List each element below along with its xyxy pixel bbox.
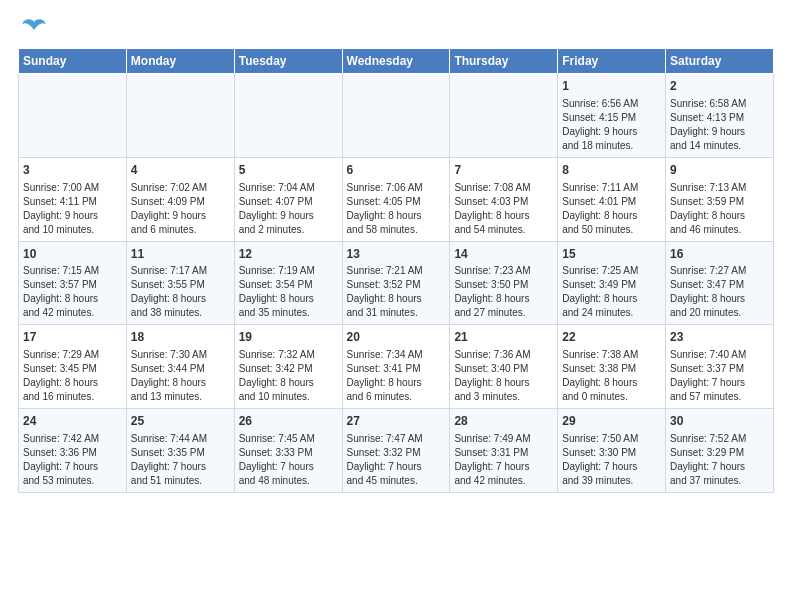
day-number: 11 [131, 246, 230, 263]
day-number: 22 [562, 329, 661, 346]
day-info: Sunrise: 7:29 AM Sunset: 3:45 PM Dayligh… [23, 348, 122, 404]
logo-bird-icon [20, 18, 48, 40]
calendar-week-4: 17Sunrise: 7:29 AM Sunset: 3:45 PM Dayli… [19, 325, 774, 409]
calendar-week-5: 24Sunrise: 7:42 AM Sunset: 3:36 PM Dayli… [19, 409, 774, 493]
calendar-cell: 27Sunrise: 7:47 AM Sunset: 3:32 PM Dayli… [342, 409, 450, 493]
header-row: Sunday Monday Tuesday Wednesday Thursday… [19, 49, 774, 74]
day-info: Sunrise: 7:17 AM Sunset: 3:55 PM Dayligh… [131, 264, 230, 320]
day-info: Sunrise: 7:13 AM Sunset: 3:59 PM Dayligh… [670, 181, 769, 237]
col-saturday: Saturday [666, 49, 774, 74]
day-number: 2 [670, 78, 769, 95]
day-number: 9 [670, 162, 769, 179]
day-number: 28 [454, 413, 553, 430]
day-info: Sunrise: 6:56 AM Sunset: 4:15 PM Dayligh… [562, 97, 661, 153]
day-info: Sunrise: 7:04 AM Sunset: 4:07 PM Dayligh… [239, 181, 338, 237]
calendar-cell: 28Sunrise: 7:49 AM Sunset: 3:31 PM Dayli… [450, 409, 558, 493]
day-info: Sunrise: 6:58 AM Sunset: 4:13 PM Dayligh… [670, 97, 769, 153]
calendar-cell: 9Sunrise: 7:13 AM Sunset: 3:59 PM Daylig… [666, 157, 774, 241]
calendar-cell: 4Sunrise: 7:02 AM Sunset: 4:09 PM Daylig… [126, 157, 234, 241]
day-info: Sunrise: 7:47 AM Sunset: 3:32 PM Dayligh… [347, 432, 446, 488]
day-number: 13 [347, 246, 446, 263]
calendar-cell: 5Sunrise: 7:04 AM Sunset: 4:07 PM Daylig… [234, 157, 342, 241]
calendar-table: Sunday Monday Tuesday Wednesday Thursday… [18, 48, 774, 493]
day-info: Sunrise: 7:32 AM Sunset: 3:42 PM Dayligh… [239, 348, 338, 404]
day-number: 26 [239, 413, 338, 430]
calendar-cell: 29Sunrise: 7:50 AM Sunset: 3:30 PM Dayli… [558, 409, 666, 493]
day-number: 15 [562, 246, 661, 263]
day-info: Sunrise: 7:36 AM Sunset: 3:40 PM Dayligh… [454, 348, 553, 404]
calendar-cell: 25Sunrise: 7:44 AM Sunset: 3:35 PM Dayli… [126, 409, 234, 493]
calendar-cell: 11Sunrise: 7:17 AM Sunset: 3:55 PM Dayli… [126, 241, 234, 325]
day-info: Sunrise: 7:11 AM Sunset: 4:01 PM Dayligh… [562, 181, 661, 237]
calendar-cell: 12Sunrise: 7:19 AM Sunset: 3:54 PM Dayli… [234, 241, 342, 325]
day-number: 27 [347, 413, 446, 430]
calendar-cell: 15Sunrise: 7:25 AM Sunset: 3:49 PM Dayli… [558, 241, 666, 325]
calendar-cell: 18Sunrise: 7:30 AM Sunset: 3:44 PM Dayli… [126, 325, 234, 409]
calendar-cell: 30Sunrise: 7:52 AM Sunset: 3:29 PM Dayli… [666, 409, 774, 493]
calendar-week-1: 1Sunrise: 6:56 AM Sunset: 4:15 PM Daylig… [19, 74, 774, 158]
day-number: 24 [23, 413, 122, 430]
logo [18, 18, 48, 40]
calendar-cell: 3Sunrise: 7:00 AM Sunset: 4:11 PM Daylig… [19, 157, 127, 241]
day-number: 1 [562, 78, 661, 95]
calendar-cell: 22Sunrise: 7:38 AM Sunset: 3:38 PM Dayli… [558, 325, 666, 409]
day-number: 4 [131, 162, 230, 179]
day-number: 3 [23, 162, 122, 179]
calendar-cell: 6Sunrise: 7:06 AM Sunset: 4:05 PM Daylig… [342, 157, 450, 241]
logo-area [18, 18, 48, 40]
calendar-cell: 13Sunrise: 7:21 AM Sunset: 3:52 PM Dayli… [342, 241, 450, 325]
day-info: Sunrise: 7:02 AM Sunset: 4:09 PM Dayligh… [131, 181, 230, 237]
calendar-cell [234, 74, 342, 158]
calendar-week-2: 3Sunrise: 7:00 AM Sunset: 4:11 PM Daylig… [19, 157, 774, 241]
day-info: Sunrise: 7:42 AM Sunset: 3:36 PM Dayligh… [23, 432, 122, 488]
day-number: 21 [454, 329, 553, 346]
header [18, 18, 774, 40]
day-info: Sunrise: 7:44 AM Sunset: 3:35 PM Dayligh… [131, 432, 230, 488]
calendar-cell: 26Sunrise: 7:45 AM Sunset: 3:33 PM Dayli… [234, 409, 342, 493]
col-tuesday: Tuesday [234, 49, 342, 74]
calendar-cell: 2Sunrise: 6:58 AM Sunset: 4:13 PM Daylig… [666, 74, 774, 158]
calendar-header: Sunday Monday Tuesday Wednesday Thursday… [19, 49, 774, 74]
calendar-cell: 10Sunrise: 7:15 AM Sunset: 3:57 PM Dayli… [19, 241, 127, 325]
day-number: 6 [347, 162, 446, 179]
day-number: 16 [670, 246, 769, 263]
day-info: Sunrise: 7:15 AM Sunset: 3:57 PM Dayligh… [23, 264, 122, 320]
calendar-body: 1Sunrise: 6:56 AM Sunset: 4:15 PM Daylig… [19, 74, 774, 493]
day-number: 14 [454, 246, 553, 263]
day-number: 19 [239, 329, 338, 346]
day-number: 8 [562, 162, 661, 179]
day-number: 25 [131, 413, 230, 430]
col-thursday: Thursday [450, 49, 558, 74]
day-number: 30 [670, 413, 769, 430]
day-info: Sunrise: 7:06 AM Sunset: 4:05 PM Dayligh… [347, 181, 446, 237]
calendar-cell: 23Sunrise: 7:40 AM Sunset: 3:37 PM Dayli… [666, 325, 774, 409]
calendar-cell [450, 74, 558, 158]
calendar-cell: 1Sunrise: 6:56 AM Sunset: 4:15 PM Daylig… [558, 74, 666, 158]
calendar-cell: 17Sunrise: 7:29 AM Sunset: 3:45 PM Dayli… [19, 325, 127, 409]
day-info: Sunrise: 7:45 AM Sunset: 3:33 PM Dayligh… [239, 432, 338, 488]
day-info: Sunrise: 7:23 AM Sunset: 3:50 PM Dayligh… [454, 264, 553, 320]
day-info: Sunrise: 7:00 AM Sunset: 4:11 PM Dayligh… [23, 181, 122, 237]
calendar-cell: 8Sunrise: 7:11 AM Sunset: 4:01 PM Daylig… [558, 157, 666, 241]
calendar-cell: 16Sunrise: 7:27 AM Sunset: 3:47 PM Dayli… [666, 241, 774, 325]
calendar-cell [342, 74, 450, 158]
day-info: Sunrise: 7:25 AM Sunset: 3:49 PM Dayligh… [562, 264, 661, 320]
day-info: Sunrise: 7:19 AM Sunset: 3:54 PM Dayligh… [239, 264, 338, 320]
day-number: 7 [454, 162, 553, 179]
col-sunday: Sunday [19, 49, 127, 74]
calendar-cell: 7Sunrise: 7:08 AM Sunset: 4:03 PM Daylig… [450, 157, 558, 241]
day-number: 29 [562, 413, 661, 430]
day-info: Sunrise: 7:08 AM Sunset: 4:03 PM Dayligh… [454, 181, 553, 237]
day-info: Sunrise: 7:52 AM Sunset: 3:29 PM Dayligh… [670, 432, 769, 488]
day-info: Sunrise: 7:21 AM Sunset: 3:52 PM Dayligh… [347, 264, 446, 320]
day-info: Sunrise: 7:40 AM Sunset: 3:37 PM Dayligh… [670, 348, 769, 404]
day-number: 10 [23, 246, 122, 263]
calendar-cell: 14Sunrise: 7:23 AM Sunset: 3:50 PM Dayli… [450, 241, 558, 325]
day-number: 20 [347, 329, 446, 346]
day-info: Sunrise: 7:49 AM Sunset: 3:31 PM Dayligh… [454, 432, 553, 488]
day-number: 12 [239, 246, 338, 263]
day-info: Sunrise: 7:27 AM Sunset: 3:47 PM Dayligh… [670, 264, 769, 320]
day-info: Sunrise: 7:38 AM Sunset: 3:38 PM Dayligh… [562, 348, 661, 404]
calendar-cell: 19Sunrise: 7:32 AM Sunset: 3:42 PM Dayli… [234, 325, 342, 409]
calendar-cell: 24Sunrise: 7:42 AM Sunset: 3:36 PM Dayli… [19, 409, 127, 493]
